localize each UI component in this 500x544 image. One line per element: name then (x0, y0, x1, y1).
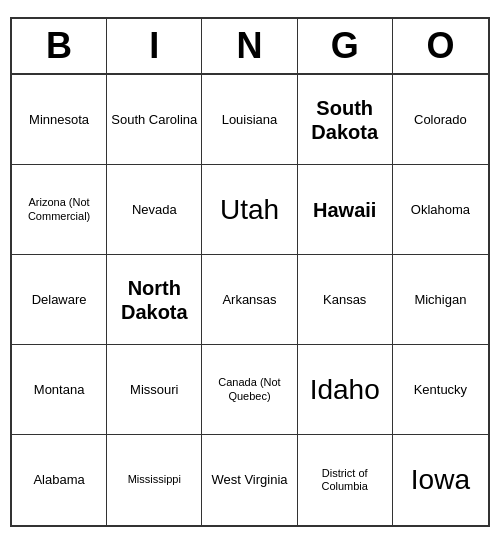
bingo-header: BINGO (12, 19, 488, 75)
cell-text-18: Idaho (310, 373, 380, 407)
bingo-cell-0: Minnesota (12, 75, 107, 165)
bingo-cell-1: South Carolina (107, 75, 202, 165)
cell-text-1: South Carolina (111, 112, 197, 128)
cell-text-5: Arizona (Not Commercial) (16, 196, 102, 222)
cell-text-12: Arkansas (222, 292, 276, 308)
cell-text-16: Missouri (130, 382, 178, 398)
bingo-grid: MinnesotaSouth CarolinaLouisianaSouth Da… (12, 75, 488, 525)
cell-text-11: North Dakota (111, 276, 197, 324)
bingo-cell-24: Iowa (393, 435, 488, 525)
cell-text-4: Colorado (414, 112, 467, 128)
bingo-cell-20: Alabama (12, 435, 107, 525)
bingo-cell-17: Canada (Not Quebec) (202, 345, 297, 435)
bingo-cell-16: Missouri (107, 345, 202, 435)
header-letter-b: B (12, 19, 107, 73)
header-letter-i: I (107, 19, 202, 73)
cell-text-23: District of Columbia (302, 467, 388, 493)
bingo-cell-7: Utah (202, 165, 297, 255)
bingo-cell-14: Michigan (393, 255, 488, 345)
cell-text-24: Iowa (411, 463, 470, 497)
bingo-cell-6: Nevada (107, 165, 202, 255)
cell-text-14: Michigan (414, 292, 466, 308)
header-letter-g: G (298, 19, 393, 73)
cell-text-7: Utah (220, 193, 279, 227)
bingo-cell-5: Arizona (Not Commercial) (12, 165, 107, 255)
bingo-cell-9: Oklahoma (393, 165, 488, 255)
bingo-cell-4: Colorado (393, 75, 488, 165)
cell-text-2: Louisiana (222, 112, 278, 128)
cell-text-21: Mississippi (128, 473, 181, 486)
bingo-cell-13: Kansas (298, 255, 393, 345)
bingo-cell-10: Delaware (12, 255, 107, 345)
cell-text-8: Hawaii (313, 198, 376, 222)
cell-text-17: Canada (Not Quebec) (206, 376, 292, 402)
cell-text-3: South Dakota (302, 96, 388, 144)
cell-text-6: Nevada (132, 202, 177, 218)
bingo-cell-2: Louisiana (202, 75, 297, 165)
bingo-cell-15: Montana (12, 345, 107, 435)
bingo-cell-11: North Dakota (107, 255, 202, 345)
bingo-cell-18: Idaho (298, 345, 393, 435)
header-letter-o: O (393, 19, 488, 73)
cell-text-15: Montana (34, 382, 85, 398)
cell-text-9: Oklahoma (411, 202, 470, 218)
bingo-cell-19: Kentucky (393, 345, 488, 435)
cell-text-20: Alabama (33, 472, 84, 488)
cell-text-22: West Virginia (211, 472, 287, 488)
bingo-cell-12: Arkansas (202, 255, 297, 345)
bingo-cell-21: Mississippi (107, 435, 202, 525)
bingo-cell-22: West Virginia (202, 435, 297, 525)
bingo-cell-8: Hawaii (298, 165, 393, 255)
cell-text-13: Kansas (323, 292, 366, 308)
header-letter-n: N (202, 19, 297, 73)
bingo-cell-3: South Dakota (298, 75, 393, 165)
bingo-cell-23: District of Columbia (298, 435, 393, 525)
cell-text-19: Kentucky (414, 382, 467, 398)
cell-text-10: Delaware (32, 292, 87, 308)
cell-text-0: Minnesota (29, 112, 89, 128)
bingo-card: BINGO MinnesotaSouth CarolinaLouisianaSo… (10, 17, 490, 527)
